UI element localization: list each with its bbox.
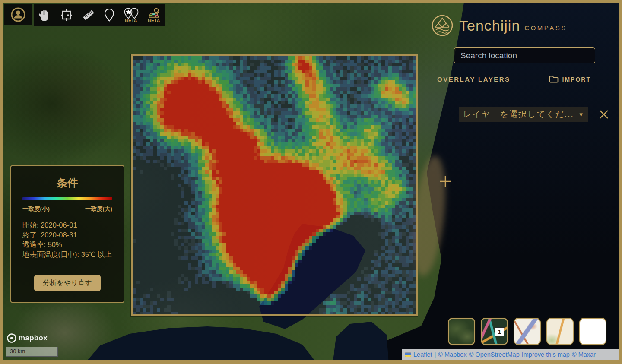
pin-star-icon bbox=[123, 8, 140, 19]
redo-analysis-button[interactable]: 分析をやり直す bbox=[34, 275, 101, 291]
pan-tool-button[interactable] bbox=[34, 4, 55, 26]
basemap-thumbnail-blank[interactable] bbox=[579, 318, 606, 345]
mapbox-attr-link[interactable]: © Mapbox bbox=[438, 351, 466, 358]
crop-icon bbox=[60, 9, 73, 22]
match-legend-gradient bbox=[22, 197, 112, 200]
ukraine-flag-icon bbox=[405, 352, 411, 357]
mapbox-logo[interactable]: mapbox bbox=[7, 333, 48, 343]
user-avatar-icon bbox=[11, 7, 25, 22]
divider bbox=[432, 97, 619, 97]
search-input[interactable] bbox=[454, 47, 595, 63]
basemap-thumbnail-satellite[interactable] bbox=[448, 318, 475, 345]
folder-icon bbox=[549, 76, 559, 83]
osm-attr-link[interactable]: © OpenStreetMap bbox=[469, 351, 520, 358]
layer-select-dropdown[interactable]: レイヤーを選択してくだ... ▼ bbox=[459, 107, 588, 122]
condition-temperature: 地表面温度(日中): 35℃ 以上 bbox=[22, 250, 124, 260]
basemap-thumbnail-streets[interactable] bbox=[546, 318, 574, 345]
remove-layer-button[interactable] bbox=[597, 108, 610, 121]
overlay-layers-title: OVERLAY LAYERS bbox=[437, 76, 511, 83]
heatmap-canvas bbox=[133, 56, 416, 314]
search-area-tool-button[interactable]: BETA bbox=[143, 4, 165, 26]
pin-tool-button[interactable] bbox=[99, 4, 119, 26]
add-layer-button[interactable] bbox=[438, 174, 452, 188]
measure-tool-button[interactable] bbox=[78, 4, 99, 26]
scale-label: 30 km bbox=[6, 348, 25, 355]
condition-end-date: 終了: 2020-08-31 bbox=[22, 230, 124, 240]
layer-select-placeholder: レイヤーを選択してくだ... bbox=[463, 109, 574, 120]
tenchijin-logo-icon bbox=[431, 14, 454, 37]
brand-product: COMPASS bbox=[524, 20, 567, 32]
ruler-icon bbox=[82, 8, 95, 22]
overlay-layers-header: OVERLAY LAYERS IMPORT bbox=[437, 76, 591, 83]
legend-labels: 一致度(小) 一致度(大) bbox=[22, 205, 112, 213]
maxar-attr-link[interactable]: © Maxar bbox=[572, 351, 596, 358]
hand-icon bbox=[38, 9, 51, 22]
beta-badge: BETA bbox=[148, 19, 160, 23]
condition-start-date: 開始: 2020-06-01 bbox=[22, 220, 124, 230]
map-scale-bar: 30 km bbox=[6, 347, 58, 357]
basemap-switcher: 1 bbox=[448, 318, 606, 345]
condition-rows: 開始: 2020-06-01 終了: 2020-08-31 透過率: 50% 地… bbox=[22, 220, 124, 259]
legend-high-label: 一致度(大) bbox=[85, 205, 112, 213]
pin-icon bbox=[104, 8, 115, 22]
improve-map-link[interactable]: Improve this map bbox=[522, 351, 570, 358]
close-icon bbox=[597, 108, 610, 121]
leaflet-link[interactable]: Leaflet bbox=[413, 351, 432, 358]
search-grid-icon bbox=[147, 8, 162, 19]
legend-low-label: 一致度(小) bbox=[22, 205, 50, 213]
attribution-separator: | bbox=[435, 351, 436, 358]
import-button[interactable]: IMPORT bbox=[549, 76, 591, 83]
mapbox-icon bbox=[7, 333, 16, 343]
divider bbox=[432, 166, 619, 166]
user-menu-button[interactable] bbox=[4, 4, 32, 25]
brand-name: Tenchijin bbox=[459, 17, 520, 34]
layer-count-badge: 1 bbox=[495, 327, 504, 336]
condition-opacity: 透過率: 50% bbox=[22, 240, 124, 250]
conditions-title: 条件 bbox=[11, 176, 124, 190]
map-attribution: Leaflet | © Mapbox © OpenStreetMap Impro… bbox=[402, 349, 619, 360]
analysis-heatmap-region bbox=[131, 54, 418, 316]
chevron-down-icon: ▼ bbox=[578, 111, 584, 118]
pin-star-tool-button[interactable]: BETA bbox=[119, 4, 143, 26]
mapbox-wordmark: mapbox bbox=[19, 334, 48, 342]
import-label: IMPORT bbox=[562, 76, 591, 83]
app-screen: BETA BETA bbox=[0, 0, 622, 364]
beta-badge: BETA bbox=[125, 19, 137, 23]
map-toolbar: BETA BETA bbox=[34, 4, 165, 26]
plus-icon bbox=[438, 174, 452, 188]
basemap-thumbnail-satellite-roads[interactable]: 1 bbox=[481, 318, 508, 345]
basemap-thumbnail-osm[interactable] bbox=[514, 318, 541, 345]
conditions-panel: 条件 一致度(小) 一致度(大) 開始: 2020-06-01 終了: 2020… bbox=[10, 165, 124, 303]
area-select-tool-button[interactable] bbox=[55, 4, 78, 26]
brand-header: Tenchijin COMPASS bbox=[431, 14, 567, 37]
